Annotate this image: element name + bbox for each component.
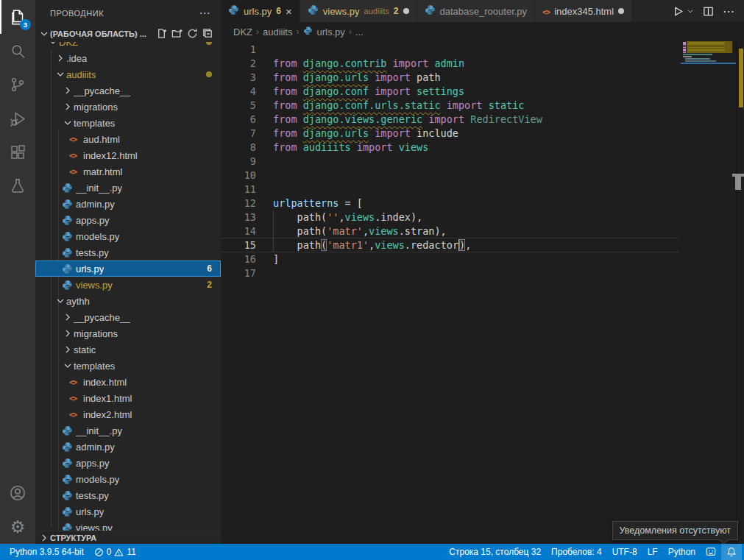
- line-number: 8: [221, 141, 256, 155]
- outline-section-header[interactable]: СТРУКТУРА: [35, 531, 221, 544]
- status-encoding[interactable]: UTF-8: [607, 544, 642, 560]
- tree-item-audiiits[interactable]: audiiits: [35, 66, 221, 82]
- line-content: [256, 43, 273, 57]
- code-line-6: 6from django.views.generic import Redire…: [221, 113, 744, 127]
- editor-group: urls.py6×views.pyaudiiits2database_roout…: [221, 0, 744, 544]
- run-icon[interactable]: [673, 6, 684, 17]
- tree-item-index12-html[interactable]: <>index12.html: [35, 147, 221, 163]
- line-content: from django.contrib import admin: [256, 57, 464, 71]
- workspace-section-header[interactable]: (РАБОЧАЯ ОБЛАСТЬ) ...: [35, 26, 221, 42]
- new-file-icon[interactable]: [156, 28, 167, 40]
- line-number: 9: [221, 155, 256, 169]
- html-file-icon: <>: [542, 6, 550, 17]
- tab-label: database_roouter.py: [440, 6, 528, 17]
- tab-label: urls.py: [244, 6, 272, 17]
- chevron-right-icon: [62, 101, 74, 113]
- tree-item-index2-html[interactable]: <>index2.html: [35, 406, 221, 422]
- tree-item-migrations[interactable]: migrations: [35, 99, 221, 115]
- tree-item-index-html[interactable]: <>index.html: [35, 374, 221, 390]
- new-folder-icon[interactable]: [171, 28, 183, 40]
- source-control-icon[interactable]: [0, 68, 35, 102]
- python-file-icon: [62, 199, 76, 210]
- tree-item--pycache-[interactable]: __pycache__: [35, 309, 221, 325]
- tree-item-aythh[interactable]: aythh: [35, 293, 221, 309]
- line-content: [256, 266, 273, 280]
- modified-dot-icon[interactable]: [618, 8, 624, 14]
- error-count: 0: [107, 547, 112, 557]
- status-cursor-position[interactable]: Строка 15, столбец 32: [444, 544, 546, 560]
- tab-label: views.py: [323, 6, 360, 17]
- close-icon[interactable]: ×: [286, 6, 292, 17]
- bell-icon[interactable]: [721, 544, 742, 560]
- refresh-icon[interactable]: [187, 28, 198, 40]
- breadcrumb-item[interactable]: audiiits: [263, 26, 292, 38]
- tab-index345-html[interactable]: <>index345.html: [535, 0, 632, 22]
- run-dropdown-icon[interactable]: [687, 7, 694, 15]
- tree-item-templates[interactable]: templates: [35, 358, 221, 374]
- tree-item-label: models.py: [76, 474, 119, 485]
- tree-item-models-py[interactable]: models.py: [35, 228, 221, 244]
- tree-item-aud-html[interactable]: <>aud.html: [35, 131, 221, 147]
- status-language-mode[interactable]: Python: [663, 544, 701, 560]
- collapse-all-icon[interactable]: [202, 28, 213, 40]
- search-icon[interactable]: [0, 34, 35, 68]
- code-editor[interactable]: 12from django.contrib import admin3from …: [221, 41, 744, 544]
- status-python-interpreter[interactable]: Python 3.9.5 64-bit: [4, 544, 89, 560]
- chevron-right-icon: [62, 311, 74, 323]
- python-file-icon: [62, 425, 76, 436]
- settings-icon[interactable]: ⚙: [0, 510, 35, 544]
- tree-item-tests-py[interactable]: tests.py: [35, 487, 221, 503]
- python-file-icon: [62, 442, 76, 453]
- tab-views-py[interactable]: views.pyaudiiits2: [300, 0, 417, 22]
- status-indentation[interactable]: Пробелов: 4: [546, 544, 607, 560]
- tree-item-dkz[interactable]: DKZ: [35, 42, 221, 50]
- breadcrumb-item[interactable]: urls.py: [302, 25, 344, 38]
- extensions-icon[interactable]: [0, 135, 35, 169]
- tree-item-views-py[interactable]: views.py: [35, 520, 221, 531]
- tree-item-admin-py[interactable]: admin.py: [35, 439, 221, 455]
- tree-item-label: .idea: [66, 53, 87, 64]
- breadcrumb-separator: ›: [296, 26, 299, 37]
- breadcrumb-item[interactable]: DKZ: [233, 26, 252, 38]
- breadcrumb-item[interactable]: ...: [355, 26, 364, 38]
- tree-item-label: __init__.py: [76, 425, 122, 436]
- account-icon[interactable]: [0, 476, 35, 510]
- status-eol[interactable]: LF: [642, 544, 663, 560]
- sidebar-more-icon[interactable]: ⋯: [199, 7, 211, 20]
- code-line-11: 11: [221, 182, 744, 196]
- tree-item-index1-html[interactable]: <>index1.html: [35, 390, 221, 406]
- tree-item--init-py[interactable]: __init__.py: [35, 422, 221, 439]
- sidebar-title-row: ПРОВОДНИК ⋯: [35, 0, 221, 26]
- tree-item-urls-py[interactable]: urls.py6: [35, 260, 221, 277]
- tab-urls-py[interactable]: urls.py6×: [221, 0, 300, 22]
- more-icon[interactable]: ⋯: [723, 4, 735, 18]
- code-line-12: 12urlpatterns = [: [221, 196, 744, 210]
- tree-item--idea[interactable]: .idea: [35, 50, 221, 66]
- tree-item-matr-html[interactable]: <>matr.html: [35, 163, 221, 180]
- tree-item-admin-py[interactable]: admin.py: [35, 196, 221, 212]
- tree-item-urls-py[interactable]: urls.py: [35, 503, 221, 520]
- tree-item-views-py[interactable]: views.py2: [35, 277, 221, 293]
- code-line-1: 1: [221, 43, 744, 57]
- tree-item-templates[interactable]: templates: [35, 115, 221, 131]
- explorer-icon[interactable]: 3: [0, 0, 35, 34]
- tree-item--pycache-[interactable]: __pycache__: [35, 82, 221, 99]
- tree-item-models-py[interactable]: models.py: [35, 471, 221, 487]
- tree-item--init-py[interactable]: __init__.py: [35, 180, 221, 196]
- testing-icon[interactable]: [0, 169, 35, 203]
- split-editor-icon[interactable]: [703, 6, 714, 17]
- code-line-8: 8from audiiits import views: [221, 141, 744, 155]
- run-debug-icon[interactable]: [0, 102, 35, 135]
- status-problems[interactable]: 011: [89, 544, 141, 560]
- tree-item-apps-py[interactable]: apps.py: [35, 455, 221, 471]
- overview-ruler[interactable]: [736, 41, 744, 544]
- feedback-icon[interactable]: [701, 544, 721, 560]
- tab-database-roouter-py[interactable]: database_roouter.py: [417, 0, 536, 22]
- tree-item-tests-py[interactable]: tests.py: [35, 244, 221, 260]
- tree-item-static[interactable]: static: [35, 341, 221, 358]
- tab-bar: urls.py6×views.pyaudiiits2database_roout…: [221, 0, 744, 22]
- file-tree: DKZ.ideaaudiiits__pycache__migrationstem…: [35, 42, 221, 531]
- modified-dot-icon[interactable]: [403, 8, 409, 14]
- tree-item-migrations[interactable]: migrations: [35, 325, 221, 341]
- tree-item-apps-py[interactable]: apps.py: [35, 212, 221, 228]
